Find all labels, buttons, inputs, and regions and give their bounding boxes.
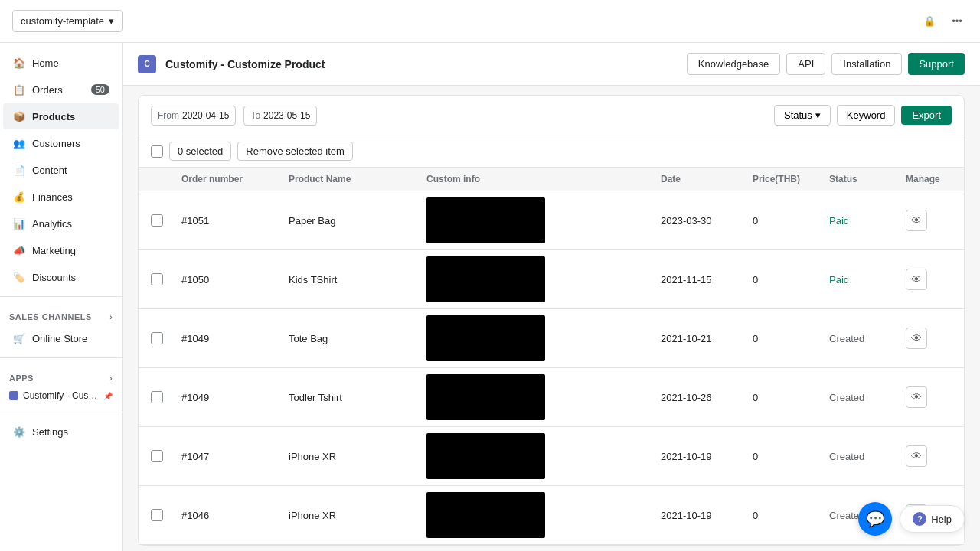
export-button[interactable]: Export bbox=[901, 106, 952, 125]
app-header-actions: Knowledgebase API Installation Support bbox=[687, 53, 965, 75]
app-label: Customify - Customi... bbox=[23, 390, 99, 401]
sidebar-item-content[interactable]: 📄 Content bbox=[3, 157, 119, 183]
custom-info-3 bbox=[426, 374, 661, 420]
sidebar-item-customers[interactable]: 👥 Customers bbox=[3, 130, 119, 156]
sidebar-item-products[interactable]: 📦 Products bbox=[3, 103, 119, 129]
to-date-value: 2023-05-15 bbox=[263, 110, 310, 121]
th-product: Product Name bbox=[289, 174, 426, 184]
orders-badge: 50 bbox=[91, 84, 109, 95]
table-row: #1050 Kids TShirt 2021-11-15 0 Paid 👁 bbox=[139, 250, 964, 309]
sidebar-item-settings[interactable]: ⚙️ Settings bbox=[3, 419, 119, 445]
sidebar-item-label: Home bbox=[32, 57, 59, 69]
th-custom: Custom info bbox=[426, 174, 661, 184]
sidebar-item-label: Settings bbox=[32, 426, 68, 438]
sidebar-item-label: Products bbox=[32, 111, 75, 122]
price-5: 0 bbox=[753, 510, 829, 521]
chevron-down-icon: ▾ bbox=[815, 109, 821, 121]
main-card: From 2020-04-15 To 2023-05-15 Status ▾ K… bbox=[138, 95, 965, 546]
messenger-button[interactable]: 💬 bbox=[858, 502, 892, 536]
select-all-checkbox[interactable] bbox=[151, 145, 163, 158]
th-order: Order number bbox=[181, 174, 289, 184]
main-content: C Customify - Customize Product Knowledg… bbox=[122, 43, 980, 551]
price-0: 0 bbox=[753, 215, 829, 227]
sidebar-divider-2 bbox=[0, 357, 122, 358]
remove-selected-button[interactable]: Remove selected item bbox=[237, 142, 353, 161]
pin-icon: 📌 bbox=[103, 392, 113, 400]
th-checkbox bbox=[151, 174, 181, 184]
status-filter-button[interactable]: Status ▾ bbox=[774, 105, 831, 126]
orders-icon: 📋 bbox=[12, 83, 26, 96]
manage-3[interactable]: 👁 bbox=[906, 386, 952, 408]
help-label: Help bbox=[931, 514, 952, 525]
row-checkbox-5[interactable] bbox=[151, 509, 181, 521]
sidebar-item-label: Customers bbox=[32, 138, 80, 149]
sidebar-item-orders[interactable]: 📋 Orders 50 bbox=[3, 77, 119, 103]
sidebar: 🏠 Home 📋 Orders 50 📦 Products 👥 Customer… bbox=[0, 43, 122, 551]
date-4: 2021-10-19 bbox=[661, 451, 753, 462]
store-icon: 🛒 bbox=[12, 331, 26, 345]
sidebar-item-label: Finances bbox=[32, 191, 73, 203]
status-1: Paid bbox=[829, 274, 906, 285]
date-5: 2021-10-19 bbox=[661, 510, 753, 521]
analytics-icon: 📊 bbox=[12, 217, 26, 230]
marketing-icon: 📣 bbox=[12, 243, 26, 257]
order-number-3: #1049 bbox=[181, 392, 289, 403]
date-1: 2021-11-15 bbox=[661, 274, 753, 285]
product-name-1: Kids TShirt bbox=[289, 274, 426, 285]
sidebar-item-finances[interactable]: 💰 Finances bbox=[3, 184, 119, 210]
sidebar-divider-3 bbox=[0, 412, 122, 412]
sidebar-item-home[interactable]: 🏠 Home bbox=[3, 50, 119, 76]
float-help: 💬 ? Help bbox=[858, 502, 965, 536]
keyword-filter-button[interactable]: Keyword bbox=[837, 105, 896, 126]
manage-0[interactable]: 👁 bbox=[906, 210, 952, 231]
layout: 🏠 Home 📋 Orders 50 📦 Products 👥 Customer… bbox=[0, 43, 980, 551]
sidebar-item-discounts[interactable]: 🏷️ Discounts bbox=[3, 264, 119, 290]
sidebar-item-analytics[interactable]: 📊 Analytics bbox=[3, 210, 119, 236]
help-icon: ? bbox=[913, 512, 926, 526]
from-date-field[interactable]: From 2020-04-15 bbox=[151, 106, 236, 126]
more-icon[interactable]: ••• bbox=[946, 11, 968, 32]
th-status: Status bbox=[829, 174, 906, 184]
manage-4[interactable]: 👁 bbox=[906, 445, 952, 467]
help-button[interactable]: ? Help bbox=[900, 505, 965, 533]
knowledgebase-button[interactable]: Knowledgebase bbox=[687, 53, 781, 75]
order-number-1: #1050 bbox=[181, 274, 289, 285]
installation-button[interactable]: Installation bbox=[831, 53, 902, 75]
sidebar-item-marketing[interactable]: 📣 Marketing bbox=[3, 237, 119, 263]
row-checkbox-2[interactable] bbox=[151, 332, 181, 344]
home-icon: 🏠 bbox=[12, 56, 26, 70]
filters-row: From 2020-04-15 To 2023-05-15 Status ▾ K… bbox=[139, 96, 964, 135]
row-checkbox-1[interactable] bbox=[151, 273, 181, 285]
to-date-field[interactable]: To 2023-05-15 bbox=[243, 106, 317, 126]
sidebar-item-label: Marketing bbox=[32, 245, 76, 256]
manage-1[interactable]: 👁 bbox=[906, 269, 952, 290]
sidebar-item-customify[interactable]: Customify - Customi... 📌 bbox=[0, 386, 122, 406]
price-1: 0 bbox=[753, 274, 829, 285]
product-name-4: iPhone XR bbox=[289, 451, 426, 462]
table-header: Order number Product Name Custom info Da… bbox=[139, 168, 964, 191]
date-2: 2021-10-21 bbox=[661, 333, 753, 344]
row-checkbox-4[interactable] bbox=[151, 450, 181, 462]
store-selector[interactable]: customify-template ▾ bbox=[12, 10, 122, 32]
from-date-value: 2020-04-15 bbox=[182, 110, 229, 121]
manage-2[interactable]: 👁 bbox=[906, 328, 952, 349]
top-bar: customify-template ▾ 🔒 ••• bbox=[0, 0, 980, 43]
product-name-5: iPhone XR bbox=[289, 510, 426, 521]
app-header: C Customify - Customize Product Knowledg… bbox=[122, 43, 980, 86]
order-number-5: #1046 bbox=[181, 510, 289, 521]
sidebar-divider bbox=[0, 296, 122, 297]
api-button[interactable]: API bbox=[786, 53, 825, 75]
row-checkbox-0[interactable] bbox=[151, 214, 181, 227]
sidebar-item-online-store[interactable]: 🛒 Online Store bbox=[3, 325, 119, 351]
lock-icon[interactable]: 🔒 bbox=[919, 11, 940, 32]
store-name: customify-template bbox=[21, 15, 104, 27]
settings-icon: ⚙️ bbox=[12, 425, 26, 439]
support-button[interactable]: Support bbox=[908, 53, 965, 75]
bulk-row: 0 selected Remove selected item bbox=[139, 135, 964, 168]
filters-right: Status ▾ Keyword Export bbox=[774, 105, 952, 126]
status-label: Status bbox=[784, 109, 812, 121]
row-checkbox-3[interactable] bbox=[151, 391, 181, 403]
price-2: 0 bbox=[753, 333, 829, 344]
customers-icon: 👥 bbox=[12, 136, 26, 150]
status-3: Created bbox=[829, 392, 906, 403]
